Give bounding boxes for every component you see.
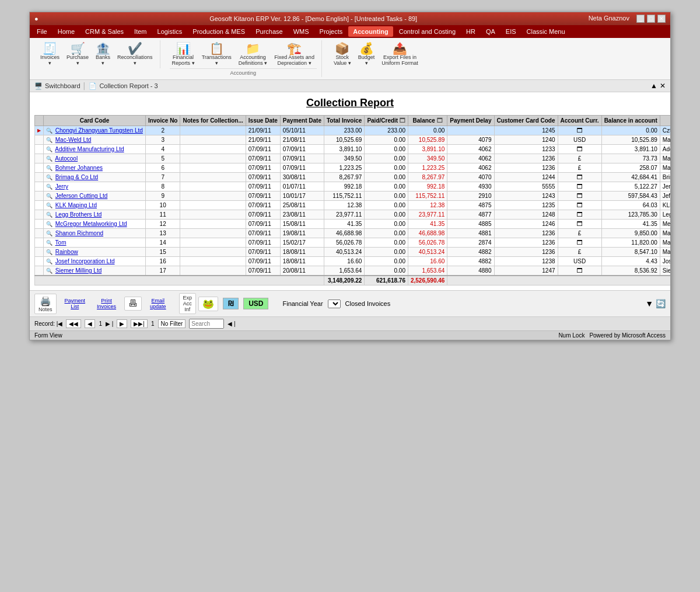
table-row[interactable]: 🔍 McGregor Metalworking Ltd 12 07/09/11 …: [35, 220, 671, 229]
row-card-code[interactable]: 🔍 Siemer Milling Ltd: [44, 266, 146, 276]
footer-print-invoices-button[interactable]: Print Invoices: [93, 297, 120, 311]
col-issue-date[interactable]: Issue Date: [246, 116, 280, 126]
menu-qa[interactable]: QA: [481, 26, 500, 37]
table-row[interactable]: 🔍 Brimag & Co Ltd 7 07/09/11 30/08/11 8,…: [35, 173, 671, 182]
col-account-curr[interactable]: Account Curr.: [558, 116, 601, 126]
search-icon[interactable]: 🔍: [46, 147, 52, 152]
ribbon-financial-button[interactable]: 📊 FinancialReports ▾: [170, 41, 197, 67]
footer-notes-button[interactable]: 🖨️ Notes: [34, 294, 57, 314]
nav-next-button[interactable]: ▶: [117, 319, 127, 328]
shekel-button[interactable]: ₪: [223, 298, 239, 309]
search-icon[interactable]: 🔍: [46, 249, 52, 255]
row-card-code[interactable]: 🔍 Tom: [44, 238, 146, 248]
breadcrumb-collection-report[interactable]: Collection Report - 3: [99, 82, 158, 89]
row-card-code[interactable]: 🔍 Additive Manufacturing Ltd: [44, 145, 146, 154]
row-card-code[interactable]: 🔍 Brimag & Co Ltd: [44, 173, 146, 182]
ribbon-budget-button[interactable]: 💰 Budget▾: [356, 41, 377, 67]
row-card-code[interactable]: 🔍 Jeferson Cutting Ltd: [44, 191, 146, 201]
col-total-invoice[interactable]: Total Invoice: [324, 116, 364, 126]
search-icon[interactable]: 🔍: [46, 184, 52, 190]
filter-icon[interactable]: ▼: [645, 299, 653, 308]
table-row[interactable]: 🔍 Siemer Milling Ltd 17 07/09/11 20/08/1…: [35, 266, 671, 276]
ribbon-purchase-button[interactable]: 🛒 Purchase▾: [64, 41, 91, 67]
ribbon-invoices-button[interactable]: 🧾 Invoices▾: [38, 41, 62, 67]
col-notes[interactable]: Notes for Collection...: [180, 116, 246, 126]
search-icon[interactable]: 🔍: [46, 212, 52, 218]
export-icon-button[interactable]: 🐸: [198, 297, 218, 311]
footer-payment-list-button[interactable]: Payment List: [61, 297, 89, 311]
col-account-name[interactable]: Account Name: [660, 116, 670, 126]
row-card-code[interactable]: 🔍 Rainbow: [44, 248, 146, 257]
row-card-code[interactable]: 🔍 Josef Incorporation Ltd: [44, 257, 146, 266]
menu-hr[interactable]: HR: [461, 26, 480, 37]
search-icon[interactable]: 🔍: [46, 165, 52, 171]
menu-eis[interactable]: EIS: [501, 26, 521, 37]
financial-year-select[interactable]: [328, 300, 341, 308]
search-icon[interactable]: 🔍: [46, 156, 52, 162]
table-row[interactable]: 🔍 Josef Incorporation Ltd 16 07/09/11 18…: [35, 257, 671, 266]
ribbon-reconciliations-button[interactable]: ✔️ Reconciliations▾: [115, 41, 155, 67]
table-row[interactable]: 🔍 KLK Maping Ltd 10 07/09/11 25/08/11 12…: [35, 201, 671, 210]
row-notes[interactable]: [180, 191, 246, 201]
row-notes[interactable]: [180, 163, 246, 173]
table-row[interactable]: 🔍 Tom 14 07/09/11 15/02/17 56,026.78 0.0…: [35, 238, 671, 248]
table-row[interactable]: 🔍 Jeferson Cutting Ltd 9 07/09/11 10/01/…: [35, 191, 671, 201]
search-icon[interactable]: 🔍: [46, 193, 52, 199]
refresh-icon[interactable]: 🔄: [656, 299, 666, 308]
minimize-button[interactable]: _: [636, 15, 645, 23]
row-card-code[interactable]: 🔍 McGregor Metalworking Ltd: [44, 220, 146, 229]
table-row[interactable]: 🔍 Shanon Richmond 13 07/09/11 19/08/11 4…: [35, 229, 671, 238]
row-card-code[interactable]: 🔍 Shanon Richmond: [44, 229, 146, 238]
menu-classic[interactable]: Classic Menu: [522, 26, 570, 37]
export-acc-button[interactable]: Exp Acc Inf: [179, 293, 197, 314]
ribbon-fixed-assets-button[interactable]: 🏗️ Fixed Assets andDepreciation ▾: [272, 41, 317, 67]
search-input[interactable]: [189, 319, 224, 329]
ribbon-stock-button[interactable]: 📦 StockValue ▾: [331, 41, 354, 67]
row-notes[interactable]: [180, 182, 246, 191]
search-icon[interactable]: 🔍: [46, 268, 52, 274]
col-balance-account[interactable]: Balance in account: [601, 116, 660, 126]
row-notes[interactable]: [180, 154, 246, 163]
row-notes[interactable]: [180, 220, 246, 229]
menu-logistics[interactable]: Logistics: [153, 26, 187, 37]
col-payment-delay[interactable]: Payment Delay: [447, 116, 494, 126]
search-icon[interactable]: 🔍: [46, 137, 52, 143]
footer-fax-button[interactable]: 🖷: [124, 297, 142, 311]
menu-crm[interactable]: CRM & Sales: [80, 26, 128, 37]
row-notes[interactable]: [180, 145, 246, 154]
table-row[interactable]: ▶ 🔍 Chongyi Zhangyuan Tungsten Ltd 2 21/…: [35, 126, 671, 135]
search-icon[interactable]: 🔍: [46, 128, 52, 134]
row-notes[interactable]: [180, 173, 246, 182]
ribbon-banks-button[interactable]: 🏦 Banks▾: [93, 41, 113, 67]
row-notes[interactable]: [180, 248, 246, 257]
nav-last-button[interactable]: ▶▶|: [131, 319, 148, 328]
scroll-up-button[interactable]: ▲: [650, 82, 657, 90]
close-tab-button[interactable]: ✕: [660, 82, 666, 90]
ribbon-transactions-button[interactable]: 📋 Transactions▾: [200, 41, 234, 67]
nav-nofilter-button[interactable]: No Filter: [158, 319, 186, 328]
ribbon-accounting-def-button[interactable]: 📁 AccountingDefinitions ▾: [236, 41, 270, 67]
table-row[interactable]: 🔍 Mac-Weld Ltd 3 21/09/11 21/08/11 10,52…: [35, 135, 671, 145]
row-notes[interactable]: [180, 266, 246, 276]
search-icon[interactable]: 🔍: [46, 240, 52, 246]
search-icon[interactable]: 🔍: [46, 259, 52, 264]
table-row[interactable]: 🔍 Legg Brothers Ltd 11 07/09/11 23/08/11…: [35, 210, 671, 220]
menu-production[interactable]: Production & MES: [188, 26, 250, 37]
table-row[interactable]: 🔍 Additive Manufacturing Ltd 4 07/09/11 …: [35, 145, 671, 154]
row-card-code[interactable]: 🔍 Chongyi Zhangyuan Tungsten Ltd: [44, 126, 146, 135]
row-card-code[interactable]: 🔍 Jerry: [44, 182, 146, 191]
search-icon[interactable]: 🔍: [46, 221, 52, 227]
close-button[interactable]: ✕: [657, 15, 666, 23]
row-card-code[interactable]: 🔍 Mac-Weld Ltd: [44, 135, 146, 145]
footer-email-update-button[interactable]: Email update: [146, 297, 170, 311]
row-notes[interactable]: [180, 238, 246, 248]
menu-home[interactable]: Home: [53, 26, 79, 37]
breadcrumb-switchboard[interactable]: Switchboard: [45, 82, 80, 89]
menu-purchase[interactable]: Purchase: [251, 26, 287, 37]
row-notes[interactable]: [180, 126, 246, 135]
currency-display[interactable]: USD: [243, 298, 268, 309]
table-row[interactable]: 🔍 Bohmer Johannes 6 07/09/11 07/09/11 1,…: [35, 163, 671, 173]
menu-accounting[interactable]: Accounting: [348, 26, 393, 37]
row-card-code[interactable]: 🔍 Legg Brothers Ltd: [44, 210, 146, 220]
menu-control[interactable]: Control and Costing: [394, 26, 460, 37]
